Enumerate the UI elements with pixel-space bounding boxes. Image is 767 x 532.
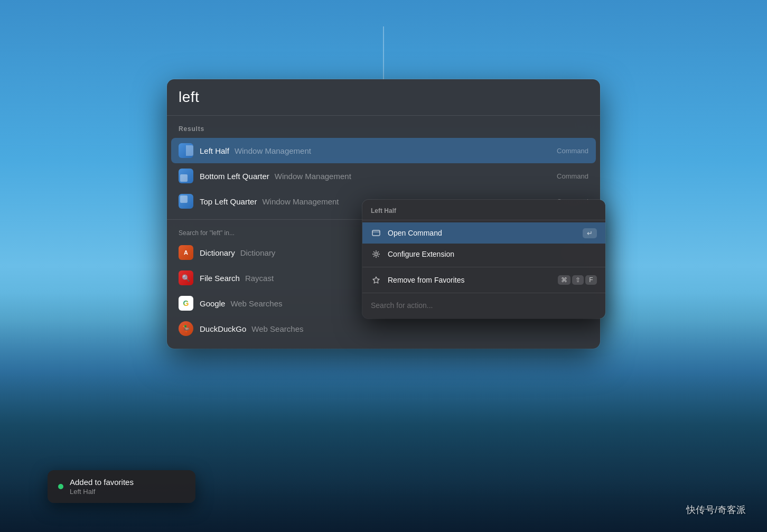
result-left-half[interactable]: Left Half Window Management Command [171,138,596,163]
dictionary-icon: A [179,245,193,260]
toast-subtitle: Left Half [70,488,134,496]
cursor-line [384,26,384,79]
duckduckgo-icon: 🦆 [179,321,193,336]
remove-favorites-shortcut: ⌘ ⇧ F [558,275,597,285]
result-name-top-left: Top Left Quarter [200,197,257,206]
context-menu: Left Half Open Command ↵ [362,200,605,319]
context-open-command[interactable]: Open Command ↵ [362,222,605,244]
result-name-google: Google [200,299,225,308]
context-separator-top [362,220,605,220]
result-name-dictionary: Dictionary [200,248,235,257]
open-command-label: Open Command [388,229,583,237]
toast-notification: Added to favorites Left Half [48,470,195,503]
action-search[interactable]: Search for action... [362,295,605,315]
result-name-bottom-left: Bottom Left Quarter [200,172,269,181]
open-command-icon [371,228,381,238]
toast-content: Added to favorites Left Half [70,478,134,496]
svg-marker-3 [373,277,379,283]
result-duckduckgo[interactable]: 🦆 DuckDuckGo Web Searches [167,316,600,341]
remove-favorites-label: Remove from Favorites [388,276,558,284]
search-bar[interactable]: left [167,79,600,116]
result-shortcut-bottom-left: Command [557,172,588,180]
result-name-duckduckgo: DuckDuckGo [200,324,246,333]
google-icon: G [179,296,193,311]
results-label: Results [167,123,600,138]
context-separator-bottom [362,293,605,293]
result-category-top-left: Window Management [262,197,339,206]
file-search-icon: 🔍 [179,270,193,285]
result-bottom-left-quarter[interactable]: Bottom Left Quarter Window Management Co… [167,163,600,189]
result-shortcut-left-half: Command [557,147,588,155]
result-name-left-half: Left Half [200,146,229,155]
result-category-file-search: Raycast [245,274,274,283]
result-name-file-search: File Search [200,274,240,283]
action-search-placeholder[interactable]: Search for action... [371,301,433,310]
watermark: 快传号/奇客派 [686,503,746,516]
result-category-dictionary: Dictionary [240,248,276,257]
context-menu-title: Left Half [362,203,605,218]
result-category-left-half: Window Management [235,146,311,155]
context-separator-mid [362,267,605,267]
result-category-bottom-left: Window Management [275,172,351,181]
result-category-duckduckgo: Web Searches [251,324,303,333]
configure-extension-icon [371,249,381,259]
result-category-google: Web Searches [230,299,282,308]
svg-rect-0 [372,230,380,236]
context-remove-favorites[interactable]: Remove from Favorites ⌘ ⇧ F [362,269,605,291]
search-input[interactable]: left [179,89,588,106]
top-left-icon [179,194,193,209]
open-command-shortcut: ↵ [583,228,597,238]
svg-point-2 [375,253,378,256]
bottom-left-icon [179,169,193,183]
toast-dot [58,484,63,489]
spotlight-container: left Results Left Half Window Management… [167,79,600,349]
context-configure-extension[interactable]: Configure Extension [362,244,605,265]
configure-extension-label: Configure Extension [388,250,597,258]
remove-favorites-icon [371,275,381,285]
toast-title: Added to favorites [70,478,134,487]
left-half-icon [179,143,193,158]
